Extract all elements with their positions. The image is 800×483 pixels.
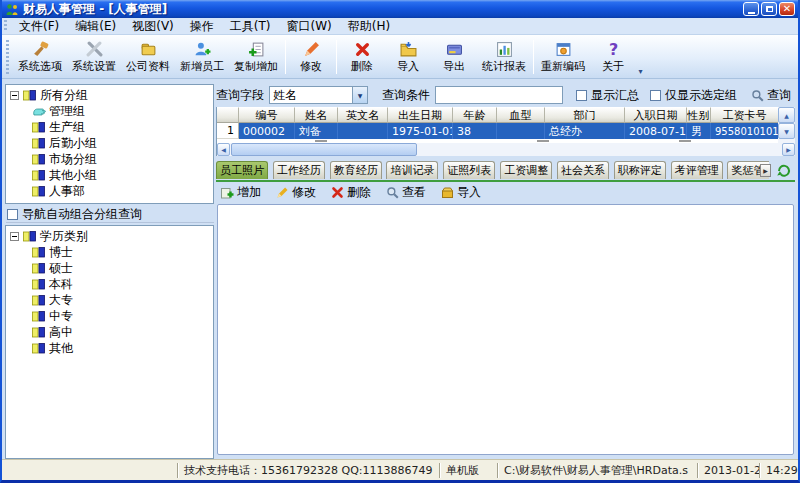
tree-node-group[interactable]: 市场分组 xyxy=(8,151,213,167)
books-icon xyxy=(32,262,46,274)
horizontal-scrollbar[interactable]: ◀ ▶ xyxy=(217,143,795,156)
close-button[interactable]: ✕ xyxy=(779,2,795,16)
vertical-scrollbar[interactable]: ▲ ▼ xyxy=(778,107,795,143)
tree-node-edu[interactable]: 其他 xyxy=(8,340,213,356)
chevron-down-icon[interactable]: ▼ xyxy=(352,87,367,103)
column-header[interactable]: 部门 xyxy=(545,107,625,123)
toolbar-grip xyxy=(6,40,9,74)
menu-edit[interactable]: 编辑(E) xyxy=(67,17,124,36)
query-button[interactable]: 查询 xyxy=(747,86,795,105)
minimize-button[interactable] xyxy=(743,2,759,16)
detail-tab-area: 员工照片 工作经历 教育经历 培训记录 证照列表 工资调整 社会关系 职称评定 … xyxy=(216,161,795,180)
only-selected-group-option[interactable]: 仅显示选定组 xyxy=(649,87,737,104)
question-icon: ? xyxy=(605,41,622,58)
column-header[interactable]: 出生日期 xyxy=(388,107,453,123)
statistics-report-button[interactable]: 统计报表 xyxy=(477,39,531,75)
tree-node-edu[interactable]: 高中 xyxy=(8,324,213,340)
tree-node-group[interactable]: 后勤小组 xyxy=(8,135,213,151)
system-settings-button[interactable]: 系统设置 xyxy=(67,39,121,75)
delete-button[interactable]: 删除 xyxy=(339,39,385,75)
tree-node-all-groups[interactable]: 所有分组 xyxy=(8,87,213,103)
cell-birthdate: 1975-01-01 xyxy=(388,123,453,139)
books-icon xyxy=(32,153,46,165)
hscroll-thumb[interactable] xyxy=(231,143,417,156)
detail-import-button[interactable]: 导入 xyxy=(441,184,481,201)
tab-social-relations[interactable]: 社会关系 xyxy=(557,161,609,179)
refresh-icon[interactable] xyxy=(775,162,793,178)
table-row-selected[interactable]: 1 000002 刘备 1975-01-01 38 总经办 2008-07-18… xyxy=(217,123,795,139)
tree-node-edu-root[interactable]: 学历类别 xyxy=(8,228,213,244)
menu-tools[interactable]: 工具(T) xyxy=(222,17,279,36)
tree-node-edu[interactable]: 博士 xyxy=(8,244,213,260)
recode-button[interactable]: 重新编码 xyxy=(536,39,590,75)
tab-appraisal[interactable]: 考评管理 xyxy=(671,161,723,179)
column-header[interactable]: 血型 xyxy=(497,107,545,123)
modify-button[interactable]: 修改 xyxy=(288,39,334,75)
add-employee-button[interactable]: 新增员工 xyxy=(175,39,229,75)
show-summary-checkbox[interactable] xyxy=(576,90,587,101)
column-header[interactable]: 年龄 xyxy=(453,107,497,123)
tab-employee-photo[interactable]: 员工照片 xyxy=(216,161,268,179)
tree-node-group[interactable]: 其他小组 xyxy=(8,167,213,183)
tab-work-history[interactable]: 工作经历 xyxy=(273,161,325,179)
tab-scroll-right-icon[interactable]: ▶ xyxy=(760,164,771,177)
scroll-down-icon[interactable]: ▼ xyxy=(778,123,795,139)
tab-training-records[interactable]: 培训记录 xyxy=(386,161,438,179)
export-button[interactable]: 导出 xyxy=(431,39,477,75)
menu-operate[interactable]: 操作 xyxy=(182,17,222,36)
column-header[interactable]: 工资卡号 xyxy=(711,107,779,123)
scroll-right-icon[interactable]: ▶ xyxy=(782,143,795,156)
grid-header: 编号 姓名 英文名 出生日期 年龄 血型 部门 入职日期 性别 工资卡号 xyxy=(217,107,795,123)
tab-education-history[interactable]: 教育经历 xyxy=(330,161,382,179)
tree-node-edu[interactable]: 中专 xyxy=(8,308,213,324)
tree-node-edu[interactable]: 硕士 xyxy=(8,260,213,276)
copy-add-button[interactable]: 复制增加 xyxy=(229,39,283,75)
detail-modify-button[interactable]: 修改 xyxy=(276,184,316,201)
tree-node-group[interactable]: 管理组 xyxy=(8,103,213,119)
tree-node-group[interactable]: 人事部 xyxy=(8,183,213,199)
export-card-icon xyxy=(446,41,463,58)
menu-window[interactable]: 窗口(W) xyxy=(279,17,340,36)
close-icon: ✕ xyxy=(783,4,791,14)
detail-view-button[interactable]: 查看 xyxy=(386,184,426,201)
collapse-icon[interactable] xyxy=(10,91,19,100)
column-header[interactable]: 编号 xyxy=(239,107,295,123)
employee-photo-content xyxy=(217,204,794,455)
maximize-button[interactable] xyxy=(761,2,777,16)
company-info-button[interactable]: 公司资料 xyxy=(121,39,175,75)
toolbar-overflow-chevron[interactable]: ▾ xyxy=(636,39,645,77)
about-button[interactable]: ? 关于 xyxy=(590,39,636,75)
column-header[interactable]: 英文名 xyxy=(338,107,388,123)
tab-salary-adjustment[interactable]: 工资调整 xyxy=(500,161,552,179)
only-selected-checkbox[interactable] xyxy=(650,90,661,101)
detail-add-button[interactable]: 增加 xyxy=(221,184,261,201)
collapse-icon[interactable] xyxy=(10,232,19,241)
tree-node-edu[interactable]: 本科 xyxy=(8,276,213,292)
detail-delete-button[interactable]: 删除 xyxy=(331,184,371,201)
column-header[interactable]: 入职日期 xyxy=(625,107,687,123)
maximize-icon xyxy=(766,6,773,12)
scroll-left-icon[interactable]: ◀ xyxy=(217,143,230,156)
column-header[interactable]: 姓名 xyxy=(295,107,338,123)
menu-view[interactable]: 视图(V) xyxy=(124,17,182,36)
books-icon xyxy=(32,310,46,322)
magnifier-icon xyxy=(386,186,399,199)
tab-title-evaluation[interactable]: 职称评定 xyxy=(614,161,666,179)
query-condition-input[interactable] xyxy=(435,86,563,104)
auto-query-checkbox[interactable] xyxy=(7,209,18,220)
query-field-combo[interactable]: 姓名 ▼ xyxy=(269,86,368,104)
app-logo-icon xyxy=(5,3,19,16)
show-summary-option[interactable]: 显示汇总 xyxy=(575,87,639,104)
scroll-up-icon[interactable]: ▲ xyxy=(778,107,795,123)
auto-query-label: 导航自动组合分组查询 xyxy=(22,206,142,223)
column-header[interactable]: 性别 xyxy=(687,107,711,123)
system-options-button[interactable]: 系统选项 xyxy=(13,39,67,75)
tree-node-edu[interactable]: 大专 xyxy=(8,292,213,308)
menu-help[interactable]: 帮助(H) xyxy=(340,17,398,36)
row-number-header xyxy=(217,107,239,123)
tab-certificates[interactable]: 证照列表 xyxy=(443,161,495,179)
cell-id: 000002 xyxy=(239,123,295,139)
menu-file[interactable]: 文件(F) xyxy=(11,17,67,36)
import-button[interactable]: 导入 xyxy=(385,39,431,75)
tree-node-group[interactable]: 生产组 xyxy=(8,119,213,135)
